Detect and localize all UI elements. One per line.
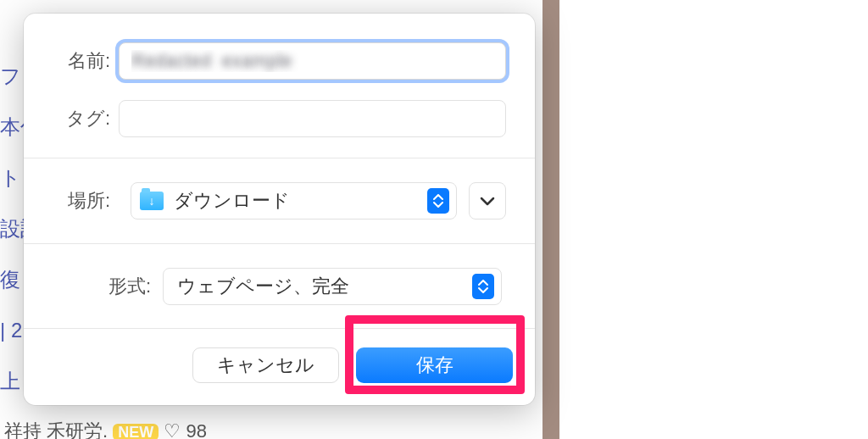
background-left-text: フ 本仮 ト 設記 復 | 2 上: [0, 0, 24, 439]
divider: [24, 243, 535, 244]
tag-input[interactable]: [119, 100, 506, 137]
save-dialog: 名前: タグ: 場所: ダウンロード: [24, 14, 535, 405]
dropdown-stepper-icon: [472, 274, 494, 299]
dialog-footer: キャンセル 保存: [24, 328, 535, 405]
expand-location-button[interactable]: [469, 182, 506, 220]
dialog-body: 名前: タグ: 場所: ダウンロード: [24, 14, 535, 328]
tag-label: タグ:: [53, 106, 119, 131]
name-row: 名前:: [53, 42, 506, 80]
dropdown-stepper-icon: [427, 188, 449, 214]
format-select[interactable]: ウェブページ、完全: [163, 268, 502, 305]
format-row: 形式: ウェブページ、完全: [53, 268, 506, 305]
background-sidebar-edge: [542, 0, 559, 439]
format-value: ウェブページ、完全: [177, 274, 472, 299]
downloads-folder-icon: [140, 192, 164, 210]
location-row: 場所: ダウンロード: [53, 182, 506, 220]
format-label: 形式:: [53, 274, 163, 299]
name-label: 名前:: [53, 48, 119, 74]
location-label: 場所:: [53, 188, 119, 214]
chevron-down-icon: [480, 196, 495, 206]
divider: [24, 158, 535, 158]
name-input[interactable]: [119, 42, 506, 80]
tag-row: タグ:: [53, 100, 506, 137]
location-value: ダウンロード: [174, 188, 427, 214]
save-button[interactable]: 保存: [356, 347, 513, 383]
location-select[interactable]: ダウンロード: [131, 182, 457, 220]
cancel-button[interactable]: キャンセル: [192, 347, 339, 383]
background-bottom-row: 祥持 禾研労. NEW ♡ 98: [4, 419, 207, 439]
